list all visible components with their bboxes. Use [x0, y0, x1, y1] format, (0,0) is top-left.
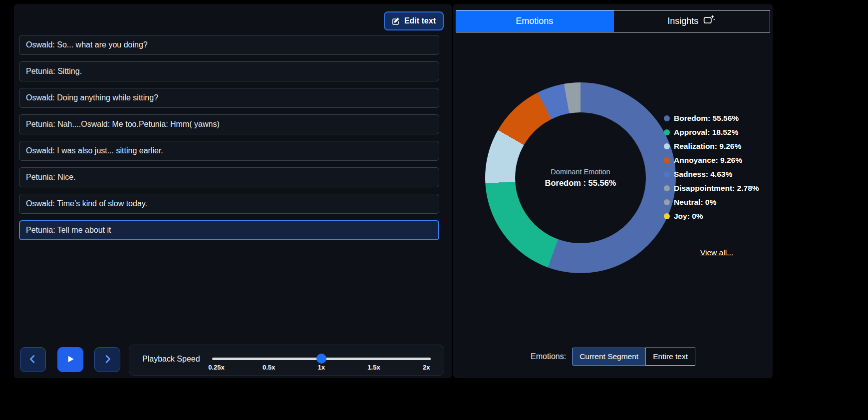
- edit-text-label: Edit text: [404, 16, 436, 25]
- chevron-left-icon: [27, 354, 38, 366]
- legend-label: Realization: 9.26%: [674, 142, 741, 151]
- legend-dot: [664, 199, 670, 205]
- legend-label: Disappointment: 2.78%: [674, 184, 759, 193]
- donut-center: Dominant Emotion Boredom : 55.56%: [515, 112, 646, 243]
- legend-label: Neutral: 0%: [674, 198, 716, 207]
- slider-thumb[interactable]: [316, 354, 326, 364]
- legend-label: Approval: 18.52%: [674, 128, 738, 137]
- tick-label: 2x: [423, 364, 430, 371]
- tick-label: 0.5x: [263, 364, 275, 371]
- emotion-legend: Boredom: 55.56% Approval: 18.52% Realiza…: [664, 114, 759, 221]
- tab-insights-label: Insights: [667, 16, 698, 26]
- insights-icon: [703, 17, 715, 25]
- dialogue-panel: Edit text Oswald: So... what are you doi…: [14, 4, 452, 378]
- chevron-right-icon: [102, 354, 113, 366]
- tab-emotions[interactable]: Emotions: [456, 10, 613, 32]
- play-button[interactable]: [57, 347, 83, 372]
- dialogue-line-selected[interactable]: Petunia: Tell me about it: [19, 220, 439, 240]
- dominant-emotion-label: Dominant Emotion: [551, 168, 610, 176]
- legend-label: Boredom: 55.56%: [674, 114, 739, 123]
- scope-segmented-control: Current Segment Entire text: [572, 348, 695, 366]
- playback-speed-panel: Playback Speed 0.25x 0.5x 1x 1.5x 2x: [129, 345, 444, 376]
- next-segment-button[interactable]: [94, 347, 120, 372]
- emotions-panel: Emotions Insights Dominant Emotion Bored…: [453, 4, 773, 378]
- tick-label: 0.25x: [208, 364, 225, 371]
- legend-item[interactable]: Realization: 9.26%: [664, 142, 759, 151]
- dialogue-line[interactable]: Oswald: So... what are you doing?: [19, 35, 439, 55]
- entire-text-button[interactable]: Entire text: [645, 348, 695, 366]
- legend-label: Sadness: 4.63%: [674, 170, 732, 179]
- legend-dot: [664, 115, 670, 121]
- play-icon: [65, 354, 75, 366]
- legend-item[interactable]: Joy: 0%: [664, 212, 759, 221]
- dialogue-list: Oswald: So... what are you doing? Petuni…: [19, 35, 439, 247]
- tick-label: 1.5x: [367, 364, 380, 371]
- emotion-donut-chart: Dominant Emotion Boredom : 55.56%: [485, 82, 676, 273]
- legend-item[interactable]: Approval: 18.52%: [664, 128, 759, 137]
- legend-dot: [664, 129, 670, 135]
- tab-emotions-label: Emotions: [516, 16, 553, 26]
- playback-speed-slider[interactable]: 0.25x 0.5x 1x 1.5x 2x: [212, 345, 431, 375]
- legend-dot: [664, 143, 670, 149]
- legend-dot: [664, 157, 670, 163]
- dialogue-line[interactable]: Petunia: Nah....Oswald: Me too.Petunia: …: [19, 114, 439, 134]
- legend-item[interactable]: Boredom: 55.56%: [664, 114, 759, 123]
- edit-icon: [392, 17, 400, 25]
- legend-item[interactable]: Sadness: 4.63%: [664, 170, 759, 179]
- legend-dot: [664, 171, 670, 177]
- dialogue-line[interactable]: Oswald: Doing anything while sitting?: [19, 88, 439, 108]
- legend-label: Joy: 0%: [674, 212, 703, 221]
- emotions-scope-label: Emotions:: [531, 352, 566, 361]
- current-segment-button[interactable]: Current Segment: [572, 348, 646, 366]
- dialogue-line[interactable]: Petunia: Sitting.: [19, 61, 439, 81]
- playback-speed-label: Playback Speed: [142, 355, 200, 364]
- legend-item[interactable]: Disappointment: 2.78%: [664, 184, 759, 193]
- previous-segment-button[interactable]: [20, 347, 46, 372]
- legend-dot: [664, 185, 670, 191]
- edit-text-button[interactable]: Edit text: [384, 11, 444, 30]
- dialogue-line[interactable]: Oswald: Time’s kind of slow today.: [19, 194, 439, 214]
- tab-insights[interactable]: Insights: [613, 10, 770, 32]
- dialogue-line[interactable]: Oswald: I was also just... sitting earli…: [19, 141, 439, 161]
- legend-dot: [664, 213, 670, 219]
- tick-label: 1x: [318, 364, 325, 371]
- legend-item[interactable]: Annoyance: 9.26%: [664, 156, 759, 165]
- emotions-scope-footer: Emotions: Current Segment Entire text: [531, 348, 695, 366]
- dominant-emotion-value: Boredom : 55.56%: [545, 178, 616, 188]
- legend-item[interactable]: Neutral: 0%: [664, 198, 759, 207]
- legend-label: Annoyance: 9.26%: [674, 156, 742, 165]
- tab-bar: Emotions Insights: [456, 10, 770, 32]
- dialogue-line[interactable]: Petunia: Nice.: [19, 167, 439, 187]
- view-all-link[interactable]: View all...: [700, 248, 733, 257]
